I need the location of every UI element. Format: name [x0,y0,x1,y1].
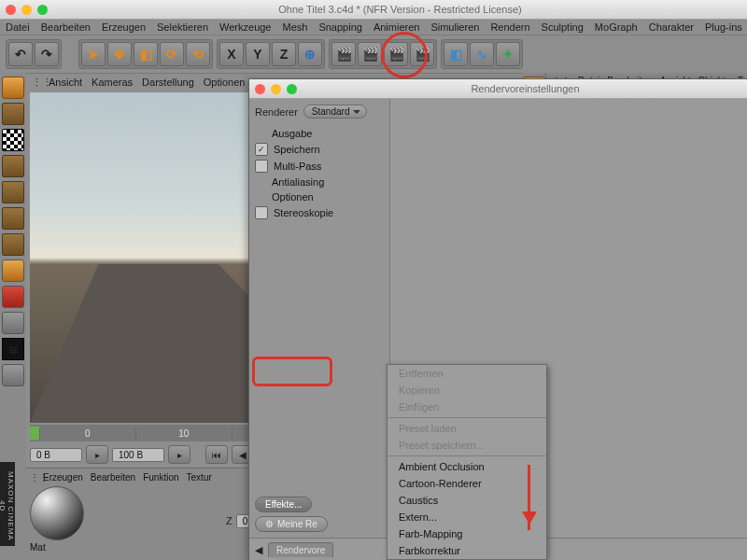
mat-menu-bearbeiten[interactable]: Bearbeiten [91,472,135,483]
point-mode-icon[interactable] [2,181,24,203]
cube-primitive-button[interactable]: ◧ [444,42,468,66]
ctx-caustics[interactable]: Caustics [388,492,546,509]
vp-menu-optionen[interactable]: Optionen [204,77,246,88]
menu-animieren[interactable]: Animieren [374,21,420,33]
rs-row-label: Speichern [274,144,320,155]
rs-row-optionen[interactable]: Optionen [249,189,389,204]
menu-erzeugen[interactable]: Erzeugen [102,21,146,33]
render-picture-viewer-button[interactable]: 🎬 [384,42,408,66]
render-settings-title: Rendervoreinstellungen [308,83,742,94]
rs-row-ausgabe[interactable]: Ausgabe [249,126,389,141]
menu-selektieren[interactable]: Selektieren [157,21,208,33]
rs-row-multipass[interactable]: Multi-Pass [249,158,389,175]
model-mode-icon[interactable] [2,103,24,125]
effects-button-label: Effekte... [265,499,302,510]
vp-menu-ansicht[interactable]: Ansicht [49,77,82,88]
mat-menu-erzeugen[interactable]: Erzeugen [43,472,83,483]
last-tool-button[interactable]: ⟲ [186,42,210,66]
scale-button[interactable]: ◧ [134,42,158,66]
object-mode-icon[interactable] [2,155,24,177]
render-settings-button[interactable]: 🎬 [410,42,434,66]
my-render-presets-button[interactable]: ⚙Meine Re [255,516,328,532]
coord-z-label: Z [226,515,233,526]
rs-row-speichern[interactable]: ✓Speichern [249,141,389,158]
viewport-solo-icon[interactable]: ▦ [2,338,24,360]
tick-0: 0 [39,428,135,439]
undo-button[interactable]: ↶ [8,42,33,66]
playhead-icon[interactable] [30,427,39,440]
ctx-preset-speichern: Preset speichern... [388,437,546,454]
redo-button[interactable]: ↷ [35,42,59,66]
locked-workplane-icon[interactable] [2,364,24,386]
axis-x-button[interactable]: X [219,42,244,66]
main-toolbar: ↶ ↷ ➤ ✥ ◧ ⟳ ⟲ X Y Z ⊕ 🎬 🎬 🎬 🎬 ◧ ∿ ✦ [0,35,747,73]
close-window-icon[interactable] [6,5,16,15]
frame-start-stepper[interactable]: ▸ [86,445,108,464]
minimize-window-icon[interactable] [21,5,32,15]
rs-minimize-icon[interactable] [271,84,281,94]
frame-end-field[interactable]: 100 B [112,448,164,462]
menu-plugins[interactable]: Plug-ins [705,21,742,33]
ctx-ambient-occlusion[interactable]: Ambient Occlusion [388,458,546,475]
frame-end-stepper[interactable]: ▸ [168,445,190,464]
rs-zoom-icon[interactable] [287,84,297,94]
move-button[interactable]: ✥ [107,42,132,66]
checkbox-checked-icon[interactable]: ✓ [255,143,268,156]
ctx-farbkorrektur[interactable]: Farbkorrektur [388,542,546,559]
polygon-mode-icon[interactable] [2,233,24,256]
make-editable-icon[interactable] [2,77,24,99]
checkbox-icon[interactable] [255,206,268,219]
tick-10: 10 [135,428,232,439]
menu-rendern[interactable]: Rendern [490,21,529,33]
zoom-window-icon[interactable] [37,5,48,15]
menu-mograph[interactable]: MoGraph [595,21,638,33]
rotate-button[interactable]: ⟳ [160,42,184,66]
spline-button[interactable]: ∿ [470,42,494,66]
ctx-cartoon-renderer[interactable]: Cartoon-Renderer [388,475,546,492]
render-preset-tab[interactable]: Rendervore [268,542,333,557]
axis-z-button[interactable]: Z [272,42,296,66]
maxon-brand-strip: MAXON CINEMA 4D [0,462,15,546]
menu-simulieren[interactable]: Simulieren [430,21,479,33]
magnet-icon[interactable] [2,286,24,308]
axis-y-button[interactable]: Y [246,42,270,66]
render-settings-list: Ausgabe ✓Speichern Multi-Pass Antialiasi… [249,126,389,221]
rs-row-antialiasing[interactable]: Antialiasing [249,175,389,189]
renderer-dropdown[interactable]: Standard [303,105,368,119]
effects-button[interactable]: Effekte... [255,497,312,512]
render-settings-titlebar: Rendervoreinstellungen [249,79,747,99]
checkbox-icon[interactable] [255,160,268,173]
rs-row-stereoskopie[interactable]: Stereoskopie [249,204,389,221]
vp-menu-kameras[interactable]: Kameras [92,77,133,88]
coord-system-button[interactable]: ⊕ [298,42,322,66]
menu-datei[interactable]: Datei [6,21,30,33]
render-group: 🎬 🎬 🎬 🎬 [329,39,437,69]
rs-close-icon[interactable] [255,84,265,94]
render-view-button[interactable]: 🎬 [331,42,356,66]
live-select-button[interactable]: ➤ [81,42,106,66]
menu-snapping[interactable]: Snapping [318,21,362,33]
render-region-button[interactable]: 🎬 [358,42,382,66]
workplane-icon[interactable] [2,312,24,334]
generator-button[interactable]: ✦ [496,42,520,66]
menu-sculpting[interactable]: Sculpting [542,21,584,33]
select-tools-group: ➤ ✥ ◧ ⟳ ⟲ [78,39,213,69]
axis-icon[interactable] [2,259,24,282]
mat-menu-textur[interactable]: Textur [187,472,212,483]
goto-start-button[interactable]: ⏮ [205,445,228,464]
edge-mode-icon[interactable] [2,207,24,230]
menu-mesh[interactable]: Mesh [282,21,307,33]
material-name-label[interactable]: Mat [30,542,217,553]
vp-menu-darstellung[interactable]: Darstellung [142,77,194,88]
menu-charakter[interactable]: Charakter [649,21,694,33]
main-window-title: Ohne Titel 3.c4d * (NFR Version - Restri… [59,4,741,15]
frame-start-field[interactable]: 0 B [30,448,82,462]
menu-werkzeuge[interactable]: Werkzeuge [219,21,271,33]
main-window-titlebar: Ohne Titel 3.c4d * (NFR Version - Restri… [0,0,747,20]
material-preview-icon[interactable] [30,486,84,540]
app-menubar: Datei Bearbeiten Erzeugen Selektieren We… [0,20,747,35]
menu-bearbeiten[interactable]: Bearbeiten [41,21,91,33]
texture-mode-icon[interactable] [2,129,24,151]
material-manager: ⋮⋮ Erzeugen Bearbeiten Funktion Textur M… [26,469,220,560]
mat-menu-funktion[interactable]: Funktion [143,472,178,483]
